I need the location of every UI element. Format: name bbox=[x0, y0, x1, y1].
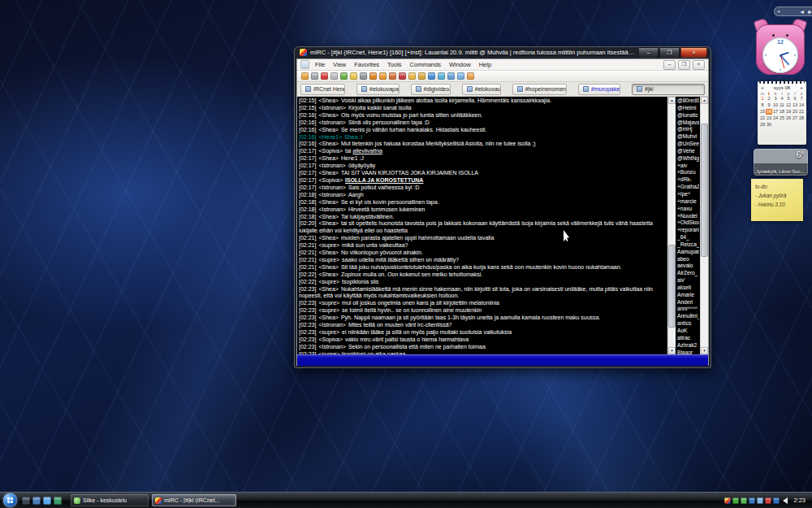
nick-item[interactable]: @Vehe bbox=[677, 148, 699, 155]
gadget-toolbar[interactable]: + ◄ ► bbox=[774, 7, 812, 16]
calendar-day[interactable]: 28 bbox=[798, 115, 805, 121]
message-input[interactable] bbox=[297, 354, 708, 366]
nick-item[interactable]: AoK bbox=[677, 328, 699, 335]
calendar-day[interactable]: 3 bbox=[772, 96, 779, 102]
calendar-day[interactable]: 17 bbox=[772, 109, 779, 115]
calendar-day[interactable]: 6 bbox=[792, 96, 798, 102]
nick-item[interactable]: anni^^^^ bbox=[677, 306, 699, 313]
calendar-day[interactable]: 19 bbox=[785, 109, 792, 115]
calendar-gadget[interactable]: ◄ syys 08 ► mtktpls 12345678910111213141… bbox=[758, 81, 806, 145]
dcc-transfers-icon[interactable] bbox=[399, 72, 406, 80]
channels-list-icon[interactable] bbox=[428, 72, 435, 80]
calendar-day[interactable]: 22 bbox=[759, 115, 766, 121]
chat-messages[interactable]: [02:15]<Shea>Voiski alkaa pilkunkin jälk… bbox=[297, 97, 667, 354]
calendar-day[interactable]: 14 bbox=[798, 102, 805, 108]
weather-location[interactable]: Jyväskylä, Länsi-Suo... bbox=[756, 169, 806, 174]
tab-hopeinenomena[interactable]: #hopeinenomena... bbox=[512, 84, 567, 95]
calendar-prev-icon[interactable]: ◄ bbox=[760, 85, 764, 90]
nick-item[interactable]: +Nuudel bbox=[677, 213, 699, 220]
user-icon[interactable] bbox=[467, 72, 474, 80]
start-button[interactable] bbox=[3, 493, 17, 507]
nick-item[interactable]: @80red0m bbox=[677, 98, 699, 105]
calendar-day[interactable]: 21 bbox=[798, 109, 805, 115]
nick-item[interactable]: @Helmi bbox=[677, 105, 699, 112]
taskbtn-mirc[interactable]: mIRC - [#jkl (IRCnet... bbox=[152, 494, 236, 506]
nick-item[interactable]: @WhtNga bbox=[677, 155, 699, 163]
nick-item[interactable]: Annuliini_ bbox=[677, 313, 699, 320]
calendar-day[interactable]: 7 bbox=[798, 96, 805, 102]
nick-item[interactable]: +reporanka bbox=[677, 227, 699, 234]
mirc-tray-icon[interactable] bbox=[724, 497, 731, 504]
tab-jkl[interactable]: #jkl bbox=[632, 84, 705, 95]
folder-get-icon[interactable] bbox=[418, 72, 425, 80]
calendar-day[interactable]: 29 bbox=[759, 122, 766, 128]
calendar-day[interactable]: 2 bbox=[766, 96, 772, 102]
tab-muropaketti[interactable]: #muropaketti bbox=[578, 84, 620, 95]
volume-icon[interactable] bbox=[783, 497, 788, 504]
calendar-day[interactable]: 15 bbox=[759, 109, 766, 115]
calendar-day[interactable]: 8 bbox=[759, 102, 766, 108]
mdi-restore-button[interactable]: ❐ bbox=[678, 60, 690, 70]
nick-item[interactable]: Aamupaisti bbox=[677, 249, 699, 256]
calendar-day[interactable]: 5 bbox=[785, 96, 792, 102]
messenger-icon[interactable] bbox=[741, 497, 747, 504]
scripts-editor-icon[interactable] bbox=[340, 72, 348, 80]
mdi-minimize-button[interactable]: – bbox=[663, 60, 676, 70]
nick-item[interactable]: @Majava bbox=[677, 119, 699, 127]
close-button[interactable]: × bbox=[680, 47, 707, 58]
menu-item[interactable]: File bbox=[311, 60, 329, 69]
gadget-prev-icon[interactable]: ◄ bbox=[799, 9, 805, 15]
nicklist-scrollbar[interactable]: ▲ ▼ bbox=[700, 97, 708, 354]
nick-item[interactable]: +GrathaZ bbox=[677, 184, 699, 191]
menu-item[interactable]: Help bbox=[475, 60, 495, 69]
nick-item[interactable]: AirZero_ bbox=[677, 270, 699, 277]
tab-elokuvapaja[interactable]: #elokuvapaja bbox=[356, 84, 400, 95]
power-icon[interactable] bbox=[757, 497, 763, 504]
logs-icon[interactable] bbox=[369, 72, 377, 80]
calendar-day[interactable]: 12 bbox=[785, 102, 792, 108]
nick-item[interactable]: +OldSkool- bbox=[677, 219, 699, 227]
nick-item[interactable]: +naxu bbox=[677, 206, 699, 213]
minimize-button[interactable]: – bbox=[638, 47, 659, 58]
status-green-icon[interactable] bbox=[732, 497, 739, 504]
mirc-titlebar[interactable]: mIRC - [#jkl (IRCnet, Hene1) [160] [+ins… bbox=[296, 46, 709, 59]
nick-item[interactable]: @mHj bbox=[677, 126, 699, 133]
options-icon[interactable] bbox=[311, 72, 318, 80]
address-book-icon[interactable] bbox=[330, 72, 338, 80]
calendar-day[interactable]: 9 bbox=[766, 102, 772, 108]
nick-item[interactable]: antics bbox=[677, 320, 699, 328]
mdi-system-icon[interactable] bbox=[300, 60, 309, 69]
browse-icon[interactable] bbox=[438, 72, 445, 80]
nick-item[interactable]: aevalo bbox=[677, 263, 699, 270]
scroll-up-icon[interactable]: ▲ bbox=[668, 97, 676, 104]
internet-explorer-icon[interactable] bbox=[43, 497, 51, 505]
tab-elokuvaus[interactable]: #elokuvaus bbox=[462, 84, 501, 95]
browser-globe-icon[interactable] bbox=[54, 497, 62, 505]
switch-windows-icon[interactable] bbox=[32, 497, 41, 505]
tab-digivideo[interactable]: #digivideo.fi bbox=[411, 84, 451, 95]
nick-item[interactable]: Anderi bbox=[677, 299, 699, 306]
nick-item[interactable]: akseli bbox=[677, 284, 699, 292]
calendar-day[interactable]: 13 bbox=[792, 102, 798, 108]
menu-item[interactable]: Tools bbox=[383, 60, 406, 69]
nick-item[interactable]: _Reizca_ bbox=[677, 241, 699, 249]
nick-item[interactable]: _64_ bbox=[677, 234, 699, 241]
chat-scrollbar[interactable]: ▲ ▼ bbox=[667, 97, 676, 354]
calendar-day[interactable]: 23 bbox=[766, 115, 772, 121]
nick-item[interactable]: @Muhvi bbox=[677, 133, 699, 141]
nick-item[interactable]: +aiv bbox=[677, 163, 699, 170]
menu-item[interactable]: Commands bbox=[406, 60, 445, 69]
clock-gadget[interactable]: 12 bbox=[754, 18, 807, 78]
scroll-up-icon[interactable]: ▲ bbox=[701, 97, 708, 104]
chat-scroll-thumb[interactable] bbox=[668, 245, 676, 328]
nick-item[interactable]: atirac bbox=[677, 335, 699, 342]
nick-item[interactable]: Amarie bbox=[677, 292, 699, 299]
calendar-day[interactable]: 1 bbox=[759, 96, 766, 102]
nick-item[interactable]: @UnSeeN bbox=[677, 141, 699, 148]
calendar-day[interactable]: 10 bbox=[772, 102, 779, 108]
network-icon[interactable] bbox=[749, 497, 755, 504]
calendar-day[interactable]: 20 bbox=[792, 109, 798, 115]
calendar-day[interactable]: 11 bbox=[779, 102, 785, 108]
calendar-next-icon[interactable]: ► bbox=[800, 85, 804, 90]
nick-scroll-thumb[interactable] bbox=[701, 124, 708, 257]
